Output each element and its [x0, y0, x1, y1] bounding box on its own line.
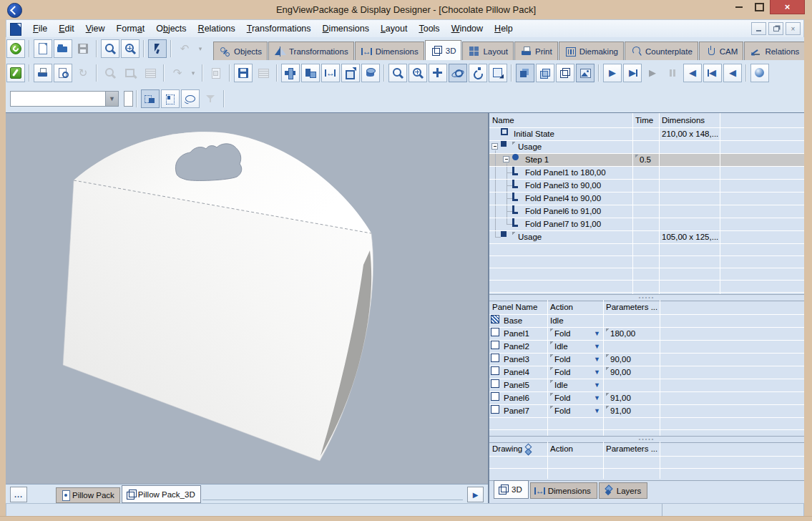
mdi-minimize-button[interactable] [751, 22, 766, 35]
unfold-box-button[interactable] [281, 64, 300, 82]
3d-viewport[interactable] [6, 113, 488, 484]
tab-diemaking[interactable]: Diemaking [559, 42, 624, 60]
action-cell[interactable]: Idle [547, 315, 603, 327]
style-combo[interactable]: ▼ [10, 91, 119, 107]
panel-column-header[interactable]: Parameters ... [603, 300, 660, 314]
tree-row[interactable]: Fold Panel6 to 91,00 [489, 205, 804, 218]
menu-file[interactable]: File [27, 24, 53, 34]
select-overlapping-button[interactable] [141, 89, 160, 108]
panel-row[interactable]: Panel2Idle▼ [489, 341, 804, 354]
mdi-restore-button[interactable] [768, 22, 783, 35]
panel-row[interactable]: BaseIdle [489, 315, 804, 328]
tab-relations[interactable]: Relations [744, 42, 805, 60]
panel-row[interactable]: Panel5Idle▼ [489, 379, 804, 392]
minimize-button[interactable] [728, 0, 749, 14]
pillow-pack-model[interactable] [6, 113, 488, 484]
doc-tab-pillow-pack_3d[interactable]: Pillow Pack_3D [122, 485, 201, 503]
drawing-column-header[interactable]: Parameters ... [603, 442, 660, 456]
play-reverse-button[interactable] [683, 64, 702, 82]
panel-column-header[interactable]: Action [547, 300, 603, 314]
pan-button[interactable] [429, 64, 447, 82]
panel-tab-dimensions[interactable]: Dimensions [530, 482, 597, 499]
zoom-fit-3d-button[interactable] [409, 64, 427, 82]
open-button[interactable] [54, 39, 72, 58]
zoom-3d-button[interactable] [388, 64, 407, 82]
menu-objects[interactable]: Objects [150, 24, 192, 34]
drawing-column-header[interactable]: Action [547, 442, 603, 456]
tree-column-header[interactable]: Dimensions [659, 113, 720, 127]
save-3d-button[interactable] [234, 64, 253, 82]
panel-row[interactable]: Panel7Fold▼91,00 [489, 405, 804, 418]
panel-row[interactable]: Panel6Fold▼91,00 [489, 392, 804, 405]
find-button[interactable] [101, 39, 119, 58]
step-back-button[interactable] [723, 64, 742, 82]
skip-to-end-button[interactable] [623, 64, 642, 82]
more-documents-button[interactable]: ... [10, 487, 27, 502]
add-cylinder-button[interactable] [361, 64, 380, 82]
play-animation-button[interactable] [603, 64, 622, 82]
3d-dimension-button[interactable] [321, 64, 340, 82]
action-cell[interactable]: Fold▼ [547, 354, 603, 366]
menu-window[interactable]: Window [446, 24, 489, 34]
fit-model-button[interactable] [489, 64, 507, 82]
tab-objects[interactable]: Objects [213, 42, 268, 60]
combo-dropdown-icon[interactable]: ▼ [105, 92, 118, 106]
tab-dimensions[interactable]: Dimensions [355, 42, 424, 60]
menu-layout[interactable]: Layout [375, 24, 414, 34]
menu-dimensions[interactable]: Dimensions [317, 24, 375, 34]
tree-column-header[interactable]: Name [489, 113, 632, 127]
rotate-axis-button[interactable] [469, 64, 487, 82]
new-document-button[interactable] [34, 39, 52, 58]
tree-row[interactable]: Fold Panel4 to 90,00 [489, 193, 804, 205]
tree-row[interactable]: Initial State210,00 x 148,... [489, 128, 804, 141]
action-dropdown-icon[interactable]: ▼ [594, 341, 600, 353]
panel-row[interactable]: Panel1Fold▼180,00 [489, 328, 804, 341]
action-dropdown-icon[interactable]: ▼ [594, 392, 600, 404]
tree-row[interactable]: Fold Panel7 to 91,00 [489, 218, 804, 231]
print-button[interactable] [34, 64, 52, 82]
edit-mode-button[interactable] [6, 64, 25, 82]
action-dropdown-icon[interactable]: ▼ [594, 405, 600, 417]
panel-row[interactable]: Panel4Fold▼90,00 [489, 366, 804, 379]
panel-tab-3d[interactable]: 3D [494, 480, 529, 499]
tab-counterplate[interactable]: Counterplate [625, 42, 698, 60]
panel-row[interactable]: Panel3Fold▼90,00 [489, 354, 804, 366]
tree-row[interactable]: Fold Panel1 to 180,00 [489, 167, 804, 180]
tab-cam[interactable]: CAM [699, 42, 744, 60]
orbit-rotate-button[interactable] [449, 64, 467, 82]
action-dropdown-icon[interactable]: ▼ [594, 379, 600, 391]
doc-tab-pillow-pack[interactable]: Pillow Pack [56, 487, 120, 503]
box-dimension-button[interactable] [341, 64, 360, 82]
zoom-fit-button[interactable] [121, 39, 140, 58]
combo-side-button[interactable] [124, 91, 133, 107]
solid-view-button[interactable] [516, 64, 534, 82]
action-dropdown-icon[interactable]: ▼ [594, 354, 600, 366]
tab-layout[interactable]: Layout [462, 42, 514, 60]
tab-3d[interactable]: 3D [425, 40, 462, 60]
lasso-select-button[interactable] [181, 89, 200, 108]
tab-transformations[interactable]: Transformations [268, 42, 354, 60]
menu-format[interactable]: Format [111, 24, 151, 34]
drawing-column-header[interactable]: Drawing [489, 442, 547, 456]
wireframe-view-button[interactable] [556, 64, 574, 82]
close-button[interactable]: × [770, 0, 805, 14]
action-dropdown-icon[interactable]: ▼ [594, 366, 600, 379]
tab-print[interactable]: Print [514, 42, 558, 60]
menu-relations[interactable]: Relations [192, 24, 241, 34]
menu-help[interactable]: Help [489, 24, 519, 34]
fold-panels-button[interactable] [301, 64, 320, 82]
print-preview-button[interactable] [54, 64, 72, 82]
light-settings-button[interactable] [750, 64, 769, 82]
menu-view[interactable]: View [80, 24, 111, 34]
mdi-close-button[interactable]: × [786, 22, 801, 35]
action-cell[interactable]: Fold▼ [547, 366, 603, 379]
action-cell[interactable]: Fold▼ [547, 405, 603, 417]
action-cell[interactable]: Idle▼ [547, 341, 603, 353]
action-cell[interactable]: Fold▼ [547, 392, 603, 404]
panel-tab-layers[interactable]: Layers [599, 482, 648, 499]
maximize-button[interactable] [749, 0, 770, 14]
tree-row[interactable]: Step 10.5 [489, 154, 804, 167]
scroll-tabs-right-button[interactable]: ▶ [467, 487, 484, 502]
tree-row[interactable]: Usage105,00 x 125,... [489, 231, 804, 244]
expand-toggle[interactable] [489, 141, 501, 153]
